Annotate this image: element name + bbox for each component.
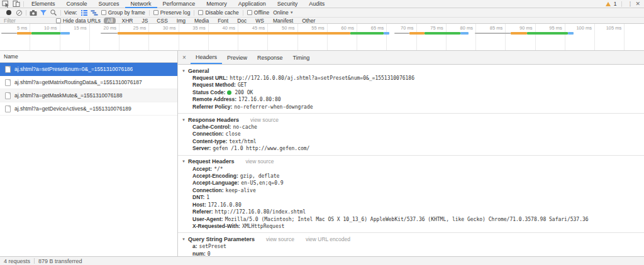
disable-cache-label: Disable cache bbox=[205, 9, 238, 16]
filter-type-css[interactable]: CSS bbox=[153, 18, 170, 24]
overview-tick-label: 20 ms bbox=[90, 25, 116, 31]
request-row[interactable]: aj.shtml?a=getDeviceActives&_=1551310076… bbox=[0, 102, 177, 116]
overview-waterfall-segment-download bbox=[60, 32, 70, 35]
tab-sources[interactable]: Sources bbox=[93, 0, 125, 8]
overview-tick-label: 15 ms bbox=[60, 25, 87, 31]
filter-type-js[interactable]: JS bbox=[138, 18, 151, 24]
header-item: Connection:close bbox=[178, 131, 644, 138]
inspect-element-icon[interactable] bbox=[0, 0, 11, 8]
disclosure-triangle-icon[interactable]: ▼ bbox=[182, 69, 186, 73]
tab-performance[interactable]: Performance bbox=[157, 0, 201, 8]
search-icon[interactable] bbox=[48, 9, 58, 17]
tab-console[interactable]: Console bbox=[61, 0, 93, 8]
header-name: Connection: bbox=[192, 131, 224, 137]
header-value: 172.16.0.80 bbox=[208, 202, 242, 208]
header-value: no-referrer-when-downgrade bbox=[234, 104, 313, 110]
record-icon[interactable] bbox=[4, 9, 14, 17]
overview-graph[interactable]: 5 ms10 ms15 ms20 ms25 ms30 ms35 ms40 ms4… bbox=[0, 24, 644, 51]
transferred-size: 879 B transferred bbox=[38, 258, 82, 264]
filter-type-ws[interactable]: WS bbox=[252, 18, 267, 24]
disclosure-triangle-icon[interactable]: ▼ bbox=[182, 237, 186, 241]
header-value: text/html bbox=[229, 139, 256, 144]
header-value: en-US,en;q=0.9 bbox=[241, 180, 283, 186]
divider bbox=[34, 258, 35, 264]
warning-icon[interactable] bbox=[606, 2, 611, 6]
request-row[interactable]: aj.shtml?a=setPreset&num=0&_=15513100761… bbox=[0, 63, 177, 76]
tab-memory[interactable]: Memory bbox=[201, 0, 233, 8]
clear-icon[interactable] bbox=[14, 9, 24, 17]
close-devtools-icon[interactable]: ✕ bbox=[635, 1, 640, 7]
group-by-frame-checkbox[interactable]: Group by frame bbox=[101, 9, 145, 16]
warning-count[interactable]: 1 bbox=[614, 1, 617, 7]
checkbox[interactable] bbox=[247, 10, 252, 15]
disable-cache-checkbox[interactable]: Disable cache bbox=[198, 9, 238, 16]
tab-network[interactable]: Network bbox=[125, 0, 157, 8]
overview-waterfall-segment-stalled bbox=[394, 33, 410, 34]
response-headers-section: ▼ Response Headers view source Cache-Con… bbox=[178, 114, 644, 156]
tab-preview[interactable]: Preview bbox=[222, 51, 252, 64]
large-request-rows-icon[interactable] bbox=[79, 9, 89, 17]
overview-waterfall-segment-download bbox=[384, 32, 389, 35]
overview-tick-label: 40 ms bbox=[209, 25, 235, 31]
divider bbox=[621, 1, 622, 7]
close-details-icon[interactable]: × bbox=[178, 51, 191, 64]
filter-type-font[interactable]: Font bbox=[214, 18, 231, 24]
filter-funnel-icon[interactable] bbox=[38, 9, 48, 17]
checkbox[interactable] bbox=[153, 10, 158, 15]
overview-tick-label: 75 ms bbox=[417, 25, 443, 31]
view-label: View: bbox=[64, 9, 77, 16]
tab-audits[interactable]: Audits bbox=[303, 0, 330, 8]
header-item: Host:172.16.0.80 bbox=[178, 202, 644, 208]
checkbox[interactable] bbox=[198, 10, 203, 15]
filter-type-all[interactable]: All bbox=[104, 18, 116, 24]
requests-count: 4 requests bbox=[4, 258, 30, 264]
name-column-header[interactable]: Name bbox=[0, 51, 177, 63]
header-name: Accept-Language: bbox=[192, 180, 239, 186]
view-source-link[interactable]: view source bbox=[245, 158, 274, 165]
header-name: Host: bbox=[192, 202, 206, 208]
view-url-encoded-link[interactable]: view URL encoded bbox=[306, 236, 350, 242]
overview-waterfall-segment-download bbox=[568, 32, 574, 35]
filter-input[interactable] bbox=[0, 18, 54, 24]
filter-type-media[interactable]: Media bbox=[191, 18, 212, 24]
offline-checkbox[interactable]: Offline bbox=[247, 9, 269, 16]
request-name: aj.shtml?a=setPreset&num=0&_=15513100761… bbox=[14, 66, 133, 72]
capture-screenshots-icon[interactable] bbox=[28, 9, 38, 17]
hide-data-urls-checkbox[interactable]: Hide data URLs bbox=[56, 18, 101, 24]
throttling-dropdown[interactable]: Online ▼ bbox=[273, 9, 294, 16]
header-item: Referrer Policy:no-referrer-when-downgra… bbox=[178, 104, 644, 111]
tab-elements[interactable]: Elements bbox=[26, 0, 61, 8]
overview-waterfall-segment-stalled bbox=[101, 33, 118, 34]
show-overview-icon[interactable] bbox=[89, 9, 99, 17]
checkbox[interactable] bbox=[101, 10, 106, 15]
header-item: User-Agent:Mozilla/5.0 (Macintosh; Intel… bbox=[178, 216, 644, 223]
header-value: close bbox=[226, 131, 241, 137]
request-row[interactable]: aj.shtml?a=getMaskMute&_=1551310076188 bbox=[0, 89, 177, 102]
tab-timing[interactable]: Timing bbox=[288, 51, 315, 64]
overview-tick-label: 35 ms bbox=[179, 25, 206, 31]
device-toolbar-icon[interactable] bbox=[11, 0, 21, 8]
view-source-link[interactable]: view source bbox=[250, 117, 279, 123]
more-options-icon[interactable]: ⋮ bbox=[627, 1, 632, 7]
filter-type-other[interactable]: Other bbox=[299, 18, 318, 24]
tab-response[interactable]: Response bbox=[252, 51, 288, 64]
preserve-log-checkbox[interactable]: Preserve log bbox=[153, 9, 191, 16]
filter-type-doc[interactable]: Doc bbox=[234, 18, 250, 24]
header-name: Content-type: bbox=[192, 138, 227, 144]
header-name: DNT: bbox=[192, 194, 204, 200]
document-icon bbox=[5, 79, 11, 86]
disclosure-triangle-icon[interactable]: ▼ bbox=[182, 118, 186, 122]
filter-type-img[interactable]: Img bbox=[174, 18, 189, 24]
filter-type-manifest[interactable]: Manifest bbox=[270, 18, 296, 24]
header-name: X-Requested-With: bbox=[192, 223, 240, 229]
filter-type-xhr[interactable]: XHR bbox=[118, 18, 136, 24]
request-row[interactable]: aj.shtml?a=getMatrixRoutingData&_=155131… bbox=[0, 76, 177, 89]
checkbox[interactable] bbox=[56, 18, 61, 23]
disclosure-triangle-icon[interactable]: ▼ bbox=[182, 160, 186, 163]
header-name: Referer: bbox=[192, 208, 213, 215]
tab-security[interactable]: Security bbox=[272, 0, 304, 8]
header-value: GET bbox=[238, 82, 247, 88]
view-source-link[interactable]: view source bbox=[266, 236, 294, 242]
tab-application[interactable]: Application bbox=[233, 0, 272, 8]
tab-headers[interactable]: Headers bbox=[191, 51, 222, 64]
